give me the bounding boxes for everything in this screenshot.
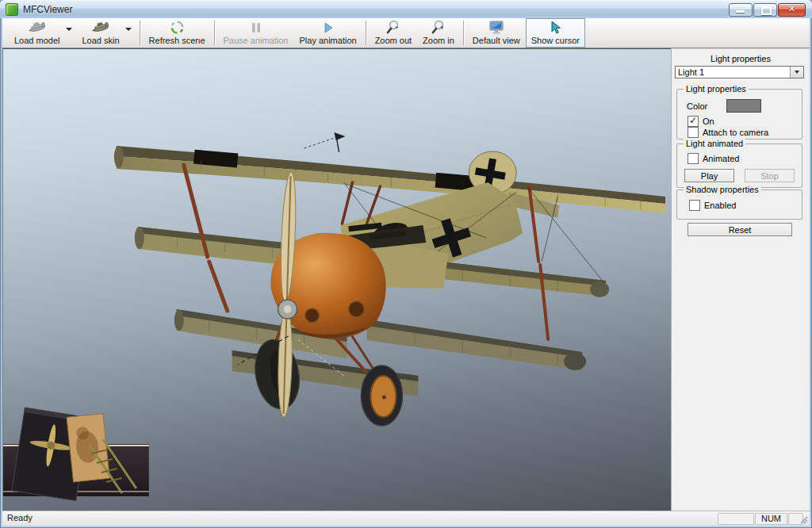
attach-to-camera-checkbox[interactable] [688,127,699,138]
reset-button[interactable]: Reset [688,223,792,236]
zoom-out-icon [385,20,400,35]
play-icon [323,20,334,35]
still-life-shelf [3,407,149,501]
pause-icon [251,20,262,35]
panel-title: Light properties [672,54,810,63]
close-icon: ✕ [779,4,805,14]
status-message: Ready [7,513,33,522]
toolbar-separator [463,21,464,45]
light-select-dropdown-button[interactable] [790,67,803,78]
status-pane-empty [718,513,754,525]
load-model-dropdown-arrow[interactable] [66,18,77,48]
load-skin-label: Load skin [82,36,120,45]
minimize-icon [736,10,745,13]
light-animated-group: Light animated Animated Play Stop [676,143,802,188]
maximize-icon [761,6,772,15]
light-on-label: On [703,117,714,126]
resize-grip[interactable] [799,515,809,525]
play-light-button[interactable]: Play [684,169,734,182]
default-view-label: Default view [473,36,520,45]
load-model-button[interactable]: Load model [9,18,66,48]
toolbar: Load model Load skin Refresh scene [2,18,810,48]
minimize-button[interactable] [729,3,753,17]
maximize-button[interactable] [753,3,777,17]
light-on-checkbox[interactable] [688,116,699,127]
light-color-swatch[interactable] [726,99,761,113]
attach-to-camera-label: Attach to camera [703,128,768,137]
light-select-value: Light 1 [676,67,790,77]
zoom-in-label: Zoom in [423,36,454,45]
animated-checkbox[interactable] [688,153,699,164]
airplane-skin-icon [90,20,111,35]
window-controls: ✕ [729,3,806,17]
play-animation-label: Play animation [299,36,356,45]
app-window: MFCViewer ✕ Load model Load skin [0,0,812,528]
group-title: Light properties [684,84,749,94]
light-select[interactable]: Light 1 [675,66,804,78]
toolbar-separator [366,21,366,45]
refresh-scene-label: Refresh scene [149,36,205,45]
airplane-model-icon [27,20,48,35]
window-title: MFCViewer [23,4,72,15]
main-area: Light properties Light 1 Light propertie… [2,48,810,511]
group-title: Shadow properties [684,185,761,194]
top-wing [114,146,665,213]
load-skin-dropdown-arrow[interactable] [125,18,136,48]
default-view-button[interactable]: Default view [467,18,526,48]
zoom-out-label: Zoom out [375,36,412,45]
airplane-model [114,132,665,426]
stop-light-button[interactable]: Stop [745,169,795,182]
chevron-down-icon [66,28,72,31]
load-skin-button[interactable]: Load skin [77,18,125,48]
show-cursor-label: Show cursor [531,36,580,45]
animated-label: Animated [703,154,739,163]
pause-animation-button[interactable]: Pause animation [218,18,294,48]
antenna-flag [335,132,346,140]
app-icon [6,3,18,16]
status-bar: Ready NUM [2,511,810,526]
monitor-icon [488,20,505,35]
shadow-enabled-label: Enabled [704,201,736,210]
refresh-icon [170,20,185,35]
shadow-enabled-checkbox[interactable] [689,200,700,211]
light-properties-panel: Light properties Light 1 Light propertie… [671,48,810,511]
zoom-out-button[interactable]: Zoom out [370,18,417,48]
chevron-down-icon [795,71,799,74]
chevron-down-icon [125,28,132,31]
shadow-properties-group: Shadow properties Enabled [676,189,802,220]
num-lock-indicator: NUM [755,513,787,525]
zoom-in-button[interactable]: Zoom in [417,18,460,48]
show-cursor-button[interactable]: Show cursor [526,18,585,48]
title-bar[interactable]: MFCViewer ✕ [0,0,812,18]
load-model-label: Load model [14,36,60,45]
play-animation-button[interactable]: Play animation [293,18,362,48]
light-properties-group: Light properties Color On Attach to came… [676,89,802,140]
group-title: Light animated [684,139,745,148]
pause-animation-label: Pause animation [224,36,289,45]
cursor-icon [548,20,562,35]
viewport-scene-svg [3,49,671,511]
color-label: Color [687,101,707,111]
viewport-3d[interactable] [2,48,671,511]
refresh-scene-button[interactable]: Refresh scene [144,18,211,48]
toolbar-separator [214,21,215,45]
zoom-in-icon [431,20,446,35]
close-button[interactable]: ✕ [778,3,806,17]
toolbar-separator [140,21,140,45]
